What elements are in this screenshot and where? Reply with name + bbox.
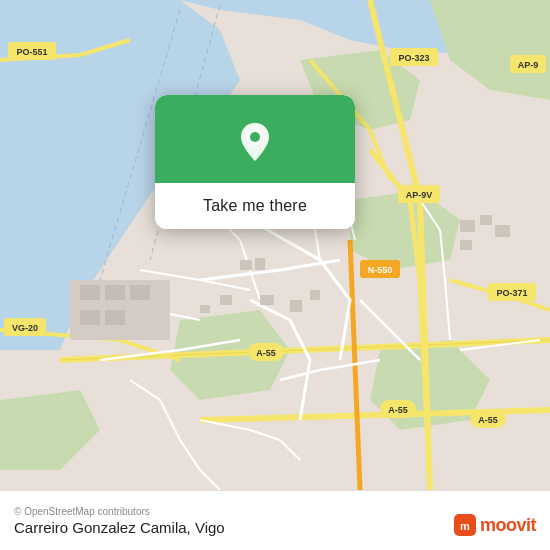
svg-rect-32 [290, 300, 302, 312]
svg-text:A-55: A-55 [478, 415, 498, 425]
svg-text:AP-9V: AP-9V [406, 190, 433, 200]
map-background: PO-551 PO-323 AP-9 AP-9V N-550 PO-371 VG… [0, 0, 550, 490]
location-pin-icon [231, 117, 279, 165]
svg-rect-37 [480, 215, 492, 225]
svg-text:PO-323: PO-323 [398, 53, 429, 63]
popup-header [155, 95, 355, 183]
svg-rect-8 [105, 310, 125, 325]
svg-point-42 [250, 132, 260, 142]
svg-rect-5 [105, 285, 125, 300]
svg-rect-35 [200, 305, 210, 313]
svg-text:N-550: N-550 [368, 265, 393, 275]
svg-text:PO-551: PO-551 [16, 47, 47, 57]
svg-text:A-55: A-55 [256, 348, 276, 358]
svg-rect-39 [460, 240, 472, 250]
map-container: PO-551 PO-323 AP-9 AP-9V N-550 PO-371 VG… [0, 0, 550, 490]
take-me-there-button[interactable]: Take me there [155, 183, 355, 229]
svg-rect-33 [310, 290, 320, 300]
svg-rect-30 [255, 258, 265, 270]
svg-text:m: m [460, 520, 470, 532]
moovit-icon: m [454, 514, 476, 536]
svg-rect-4 [80, 285, 100, 300]
svg-rect-29 [240, 260, 252, 270]
svg-rect-31 [260, 295, 274, 305]
moovit-brand-text: moovit [480, 515, 536, 536]
svg-text:AP-9: AP-9 [518, 60, 539, 70]
moovit-logo: m moovit [454, 514, 536, 536]
location-popup: Take me there [155, 95, 355, 229]
svg-rect-36 [460, 220, 475, 232]
svg-rect-34 [220, 295, 232, 305]
svg-rect-38 [495, 225, 510, 237]
svg-text:PO-371: PO-371 [496, 288, 527, 298]
svg-text:A-55: A-55 [388, 405, 408, 415]
svg-rect-6 [130, 285, 150, 300]
bottom-bar: © OpenStreetMap contributors Carreiro Go… [0, 490, 550, 550]
svg-text:VG-20: VG-20 [12, 323, 38, 333]
svg-rect-7 [80, 310, 100, 325]
